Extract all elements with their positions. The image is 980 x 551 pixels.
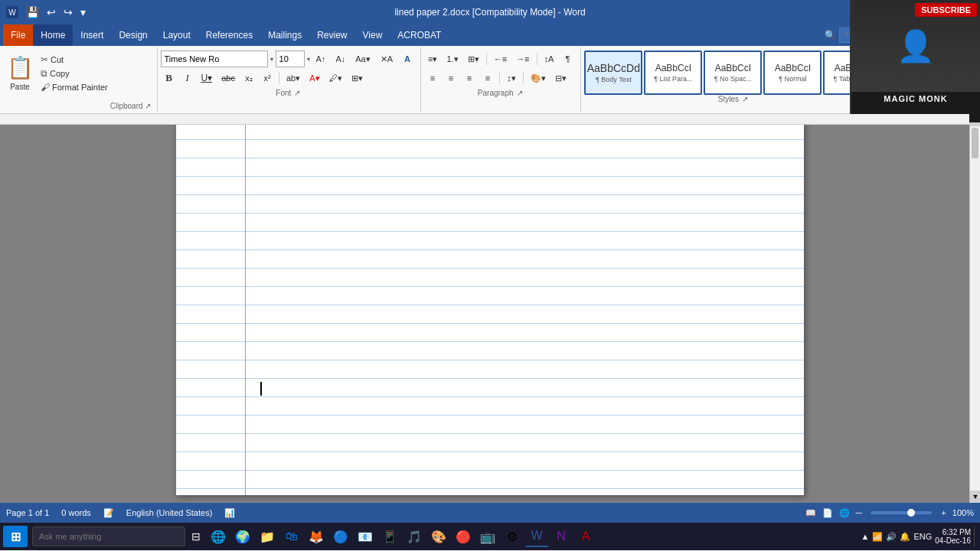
- tab-view[interactable]: View: [355, 24, 390, 46]
- tab-acrobat[interactable]: ACROBAT: [390, 24, 449, 46]
- web-layout-icon[interactable]: 🌐: [839, 508, 850, 518]
- increase-indent-button[interactable]: →≡: [512, 51, 533, 67]
- tab-review[interactable]: Review: [309, 24, 354, 46]
- clear-formatting-button[interactable]: ✕A: [377, 51, 397, 67]
- style-body-text[interactable]: AaBbCcDd ¶ Body Text: [584, 51, 642, 95]
- language[interactable]: English (United States): [126, 508, 213, 517]
- style-no-space[interactable]: AaBbCcI ¶ No Spac...: [704, 51, 762, 95]
- taskbar-app9-icon[interactable]: 🎨: [427, 526, 450, 547]
- zoom-out-button[interactable]: ─: [856, 508, 862, 517]
- font-shrink-button[interactable]: A↓: [332, 51, 349, 67]
- font-name-input[interactable]: [161, 51, 268, 67]
- shading-button[interactable]: 🖊▾: [325, 70, 346, 86]
- text-effects-button[interactable]: A: [399, 51, 416, 67]
- styles-expand-icon[interactable]: ↗: [742, 95, 748, 103]
- start-button[interactable]: ⊞: [3, 526, 28, 547]
- style-list-para[interactable]: AaBbCcI ¶ List Para...: [644, 51, 702, 95]
- vertical-scrollbar[interactable]: ▲ ▼: [969, 114, 980, 503]
- tab-file[interactable]: File: [3, 24, 33, 46]
- document-page[interactable]: [176, 122, 804, 495]
- multilevel-list-button[interactable]: ⊞▾: [464, 51, 483, 67]
- strikethrough-button[interactable]: abc: [217, 70, 239, 86]
- font-name-dropdown[interactable]: ▾: [270, 56, 273, 63]
- track-changes-icon[interactable]: 📊: [224, 508, 235, 518]
- text-highlight-button[interactable]: ab▾: [283, 70, 304, 86]
- sound-icon[interactable]: 🔊: [886, 532, 897, 542]
- subscribe-button[interactable]: SUBSCRIBE: [915, 3, 977, 17]
- show-hidden-icon[interactable]: ▲: [861, 532, 870, 541]
- taskbar-folder-icon[interactable]: 📁: [256, 526, 279, 547]
- tab-references[interactable]: References: [198, 24, 260, 46]
- underline-button[interactable]: U▾: [198, 70, 217, 86]
- taskbar-chrome-icon[interactable]: 🔵: [329, 526, 352, 547]
- taskbar-app8-icon[interactable]: 🎵: [403, 526, 426, 547]
- font-expand-icon[interactable]: ↗: [294, 89, 300, 97]
- borders-button[interactable]: ⊟▾: [551, 70, 570, 86]
- tab-design[interactable]: Design: [111, 24, 155, 46]
- read-mode-icon[interactable]: 📖: [805, 508, 816, 518]
- task-view-icon[interactable]: ⊟: [187, 530, 205, 543]
- paste-button[interactable]: 📋 Paste: [6, 52, 34, 91]
- tab-insert[interactable]: Insert: [73, 24, 111, 46]
- align-center-button[interactable]: ≡: [443, 70, 459, 86]
- taskbar-acrobat-icon[interactable]: A: [574, 526, 597, 547]
- copy-button[interactable]: ⧉ Copy: [38, 67, 110, 80]
- scrollbar-thumb[interactable]: [972, 128, 978, 158]
- taskbar-firefox-icon[interactable]: 🦊: [305, 526, 328, 547]
- zoom-slider[interactable]: [871, 511, 932, 514]
- taskbar-app12-icon[interactable]: ⚙: [501, 526, 524, 547]
- tab-home[interactable]: Home: [33, 24, 73, 46]
- show-formatting-button[interactable]: ¶: [559, 51, 576, 67]
- font-color-button[interactable]: A▾: [305, 70, 323, 86]
- font-size-input[interactable]: [276, 51, 305, 67]
- taskbar-store-icon[interactable]: 🛍: [280, 526, 303, 547]
- subscript-button[interactable]: x₂: [240, 70, 257, 86]
- taskbar-app11-icon[interactable]: 📺: [476, 526, 499, 547]
- font-grow-button[interactable]: A↑: [312, 51, 330, 67]
- align-left-button[interactable]: ≡: [424, 70, 441, 86]
- zoom-thumb[interactable]: [907, 509, 915, 517]
- save-button[interactable]: 💾: [23, 5, 42, 20]
- shading-color-button[interactable]: 🎨▾: [527, 70, 550, 86]
- taskbar-word-active[interactable]: W: [525, 526, 548, 547]
- change-case-button[interactable]: Aa▾: [351, 51, 374, 67]
- taskbar-search-input[interactable]: [32, 527, 185, 546]
- undo-button[interactable]: ↩: [44, 5, 59, 20]
- tab-mailings[interactable]: Mailings: [260, 24, 309, 46]
- customize-qat[interactable]: ▾: [77, 5, 89, 20]
- italic-button[interactable]: I: [179, 70, 196, 86]
- taskbar-mail-icon[interactable]: 📧: [354, 526, 377, 547]
- bullets-button[interactable]: ≡▾: [424, 51, 441, 67]
- align-right-button[interactable]: ≡: [461, 70, 478, 86]
- sort-button[interactable]: ↕A: [541, 51, 558, 67]
- proofing-icon[interactable]: 📝: [103, 508, 114, 518]
- borders-btn[interactable]: ⊞▾: [348, 70, 367, 86]
- justify-button[interactable]: ≡: [479, 70, 496, 86]
- clock[interactable]: 6:32 PM 04-Dec-16: [935, 528, 971, 545]
- taskbar-app10-icon[interactable]: 🔴: [452, 526, 475, 547]
- line-spacing-button[interactable]: ↕▾: [503, 70, 520, 86]
- network-icon[interactable]: 📶: [872, 532, 883, 542]
- style-normal[interactable]: AaBbCcI ¶ Normal: [763, 51, 822, 95]
- show-desktop-button[interactable]: [974, 526, 977, 547]
- taskbar-app7-icon[interactable]: 📱: [378, 526, 401, 547]
- language-indicator[interactable]: ENG: [913, 532, 932, 541]
- superscript-button[interactable]: x²: [259, 70, 276, 86]
- taskbar-onenote-icon[interactable]: N: [550, 526, 573, 547]
- format-painter-button[interactable]: 🖌 Format Painter: [38, 81, 110, 93]
- redo-button[interactable]: ↪: [60, 5, 76, 20]
- scroll-down-button[interactable]: ▼: [970, 491, 980, 503]
- decrease-indent-button[interactable]: ←≡: [490, 51, 511, 67]
- paragraph-expand-icon[interactable]: ↗: [517, 89, 523, 97]
- taskbar-edge-icon[interactable]: 🌐: [207, 526, 230, 547]
- clipboard-expand-icon[interactable]: ↗: [145, 102, 151, 110]
- tab-layout[interactable]: Layout: [155, 24, 198, 46]
- numbering-button[interactable]: 1.▾: [443, 51, 462, 67]
- zoom-in-button[interactable]: +: [941, 508, 946, 517]
- notification-icon[interactable]: 🔔: [900, 532, 910, 542]
- cut-button[interactable]: ✂ Cut: [38, 54, 110, 66]
- taskbar-ie-icon[interactable]: 🌍: [231, 526, 254, 547]
- print-layout-icon[interactable]: 📄: [822, 508, 833, 518]
- font-size-dropdown[interactable]: ▾: [307, 56, 310, 63]
- bold-button[interactable]: B: [161, 70, 178, 86]
